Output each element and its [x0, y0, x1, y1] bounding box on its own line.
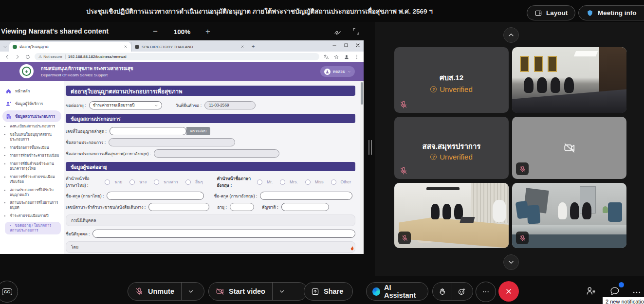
radio-th-title[interactable]: [185, 179, 191, 185]
camera-off-icon: [563, 142, 576, 154]
sidebar-sublist: ลงทะเบียนสถานประกอบการ ขอใบแทนใบอนุญาตสถ…: [0, 124, 64, 234]
check-button[interactable]: ตรวจสอบ: [186, 127, 210, 135]
sidebar-subitem[interactable]: รายชื่อรอการขึ้นทะเบียน: [10, 145, 61, 150]
radio-th-title[interactable]: [105, 179, 110, 185]
layout-button[interactable]: Layout: [527, 5, 575, 20]
zoom-in-button[interactable]: +: [202, 26, 213, 37]
forward-icon[interactable]: [15, 54, 20, 60]
notification-tooltip: 2 new notificatio: [603, 297, 644, 304]
raise-hand-button[interactable]: [433, 283, 452, 300]
back-icon[interactable]: [4, 54, 10, 60]
browser-tab-inactive[interactable]: SPA DIRECTORY THAILAND: [131, 42, 248, 52]
unverified-label: Unverified: [440, 85, 473, 93]
radio-label[interactable]: นางสาว: [164, 179, 178, 185]
leave-meeting-button[interactable]: [498, 281, 519, 302]
reload-icon[interactable]: [25, 54, 31, 60]
shared-content-header: Viewing Nararat's shared content − 100% …: [0, 22, 375, 40]
radio-th-title[interactable]: [154, 179, 159, 185]
annotate-icon[interactable]: [333, 27, 342, 36]
sidebar-subitem[interactable]: ขอใบแทนใบอนุญาตสถานประกอบการ: [10, 132, 61, 142]
participant-tile-camera-off[interactable]: [512, 117, 626, 179]
renew-type-select[interactable]: ชำระค่าธรรมเนียมรายปี: [89, 101, 162, 109]
meeting-info-button[interactable]: Meeting info: [578, 5, 644, 20]
sidebar-subitem[interactable]: สถานประกอบการที่ไม่ผ่านการอนุมัติ: [10, 200, 61, 210]
age-input[interactable]: [230, 203, 254, 211]
participant-tile-name[interactable]: สสจ.สมุทรปราการ ? Unverified: [394, 117, 509, 179]
video-options-chevron-icon[interactable]: [273, 288, 291, 295]
wall-frame: [534, 56, 543, 72]
browser-menu-icon[interactable]: [354, 54, 360, 60]
participant-tile-video[interactable]: [394, 183, 509, 248]
radio-label[interactable]: นาง: [139, 179, 147, 185]
name-th-input[interactable]: [107, 192, 204, 200]
ai-assistant-button[interactable]: AI Assistant: [366, 282, 428, 301]
participants-panel-icon[interactable]: [586, 286, 596, 296]
radio-en-title[interactable]: [257, 179, 262, 185]
panel-resize-handle[interactable]: [368, 140, 372, 155]
unmute-options-chevron-icon[interactable]: [182, 288, 200, 295]
sidebar-subitem[interactable]: ชำระค่าธรรมเนียมรายปี: [10, 214, 61, 218]
url-bar-actions: [323, 54, 360, 60]
profile-icon[interactable]: [344, 54, 350, 60]
name-en-input[interactable]: [260, 192, 352, 200]
tab-search-chevron-icon[interactable]: [3, 45, 7, 49]
scroll-up-button[interactable]: [503, 27, 519, 43]
start-video-button[interactable]: Start video: [209, 283, 272, 300]
more-panels-icon[interactable]: [632, 287, 642, 297]
sidebar-subitem[interactable]: รายการที่รอชำระค่าธรรมเนียม: [10, 153, 61, 158]
share-button[interactable]: Share: [304, 282, 353, 301]
radio-label[interactable]: นาย: [114, 179, 122, 185]
license-no-input[interactable]: [110, 127, 186, 135]
not-secure-chip[interactable]: ⚠ Not secure: [38, 54, 66, 59]
id-input[interactable]: [148, 203, 209, 211]
more-options-button[interactable]: [476, 282, 496, 302]
radio-en-title[interactable]: [305, 179, 311, 185]
closed-captions-button[interactable]: CC: [0, 281, 18, 303]
radio-label[interactable]: Mr.: [267, 179, 273, 184]
browser-tab-active[interactable]: ต่ออายุใบอนุญาต: [9, 42, 131, 52]
zoom-out-button[interactable]: −: [150, 26, 161, 37]
new-tab-button[interactable]: +: [252, 43, 255, 49]
sidebar-subitem[interactable]: สถานประกอบการที่ได้รับใบอนุญาตแล้ว: [10, 188, 61, 197]
tab1-close-icon[interactable]: [124, 45, 128, 49]
debug-flame-icon[interactable]: [349, 246, 355, 252]
radio-th-title[interactable]: [129, 179, 135, 185]
renew-type-value: ชำระค่าธรรมเนียมรายปี: [93, 102, 135, 108]
participant-tile-video[interactable]: [512, 183, 626, 248]
reactions-button[interactable]: [452, 283, 471, 300]
sidebar-item-establishment[interactable]: ข้อมูลสถานประกอบการ: [2, 110, 61, 122]
radio-en-title[interactable]: [280, 179, 285, 185]
sidebar-subitem[interactable]: รายการที่ยื่นคำขอชำระผ่านธนาคารกรุงไทย: [10, 161, 61, 171]
nationality-input[interactable]: [281, 203, 329, 211]
tab2-title: SPA DIRECTORY THAILAND: [142, 45, 238, 49]
expand-icon[interactable]: [352, 27, 360, 36]
radio-label[interactable]: Mrs.: [290, 179, 298, 184]
unmute-button[interactable]: Unmute: [128, 283, 181, 300]
window-maximize-icon[interactable]: [343, 42, 349, 48]
radio-label[interactable]: Miss: [315, 179, 324, 184]
translate-icon[interactable]: [323, 54, 329, 60]
radio-label[interactable]: Other: [341, 179, 351, 184]
user-menu-button[interactable]: ทดสอบ: [320, 66, 355, 77]
window-close-icon[interactable]: [355, 42, 361, 48]
window-minimize-icon[interactable]: [331, 42, 337, 48]
tab2-close-icon[interactable]: [240, 45, 244, 49]
participant-tile-video[interactable]: [512, 47, 626, 113]
page-scrollbar[interactable]: [360, 81, 364, 254]
bookmark-star-icon[interactable]: [333, 54, 339, 60]
radio-label[interactable]: อื่นๆ: [195, 179, 203, 185]
laptop: [460, 217, 475, 223]
sidebar-subitem-active[interactable]: ขอต่ออายุ / โอนกิจการสถานประกอบการ: [5, 222, 61, 234]
radio-en-title[interactable]: [331, 179, 336, 185]
sidebar-subitem[interactable]: ลงทะเบียนสถานประกอบการ: [10, 124, 61, 129]
juristic-name-input[interactable]: [92, 230, 355, 238]
chat-panel-icon[interactable]: [609, 286, 620, 296]
sidebar-subitem[interactable]: รายการที่ชำระค่าธรรมเนียมเรียบร้อย: [10, 175, 61, 184]
scroll-down-button[interactable]: [503, 254, 519, 270]
desk-front-panel: [512, 234, 626, 248]
scrollbar-thumb[interactable]: [361, 82, 363, 105]
sidebar-item-home[interactable]: หน้าหลัก: [2, 85, 61, 97]
url-field[interactable]: ⚠ Not secure 192.168.88.182/business/ren…: [35, 53, 319, 60]
participant-tile-name[interactable]: ศบส.12 ? Unverified: [394, 47, 509, 113]
sidebar-item-provider[interactable]: ข้อมูลผู้ให้บริการ: [2, 98, 61, 109]
